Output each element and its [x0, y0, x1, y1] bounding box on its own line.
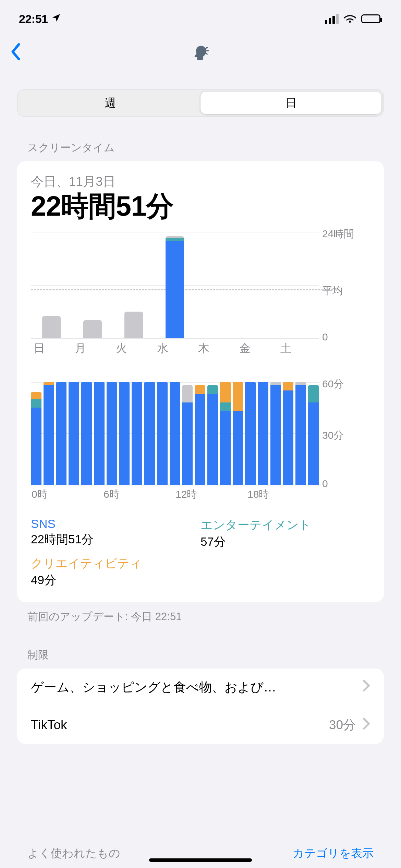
- category-label: クリエイティビティ: [31, 555, 200, 571]
- hourly-chart[interactable]: 60分 30分 0 0時6時12時18時: [31, 382, 370, 502]
- most-used-title: よく使われたもの: [27, 846, 120, 861]
- limits-label: TikTok: [31, 718, 329, 732]
- category-item[interactable]: SNS22時間51分: [31, 517, 200, 550]
- hourly-bar: [119, 382, 130, 485]
- category-value: 22時間51分: [31, 531, 200, 547]
- wifi-icon: [343, 12, 356, 26]
- cellular-icon: [325, 14, 339, 24]
- weekly-x-labels: 日月火水木金土: [31, 341, 319, 356]
- limits-label: ゲーム、ショッピングと食べ物、および…: [31, 679, 363, 696]
- chevron-right-icon: [363, 679, 370, 695]
- limits-value: 30分: [329, 716, 356, 734]
- hourly-bar: [195, 385, 205, 485]
- hourly-bar: [144, 382, 155, 485]
- category-item[interactable]: エンターテイメント57分: [200, 517, 370, 550]
- status-time: 22:51: [19, 12, 48, 26]
- weekly-y-labels: 24時間 平均 0: [322, 232, 374, 338]
- hourly-bar: [207, 385, 218, 485]
- location-icon: [51, 12, 61, 26]
- hourly-bar: [283, 382, 294, 485]
- weekly-bar: [83, 320, 102, 338]
- hourly-bar: [270, 382, 281, 485]
- hourly-bar: [31, 392, 41, 485]
- hourly-bar: [107, 382, 117, 485]
- category-value: 57分: [200, 534, 370, 550]
- weekly-plot-area: [31, 232, 319, 338]
- weekly-bar: [124, 312, 143, 338]
- hourly-bar: [308, 385, 319, 485]
- hourly-bar: [170, 382, 180, 485]
- section-title-limits: 制限: [0, 624, 401, 668]
- updated-text: 前回のアップデート: 今日 22:51: [0, 602, 401, 624]
- summary-date: 今日、11月3日: [31, 173, 370, 190]
- speaking-head-icon: [192, 44, 209, 63]
- hourly-bar: [258, 382, 268, 485]
- summary-total: 22時間51分: [31, 191, 370, 221]
- chevron-right-icon: [363, 718, 370, 733]
- segment-week[interactable]: 週: [20, 92, 200, 114]
- limits-row[interactable]: TikTok30分: [17, 706, 384, 744]
- show-categories-button[interactable]: カテゴリを表示: [293, 846, 374, 861]
- hourly-bar: [220, 382, 231, 485]
- category-value: 49分: [31, 572, 200, 588]
- hourly-plot-area: [31, 382, 319, 485]
- category-item[interactable]: [200, 555, 370, 588]
- weekly-chart[interactable]: 24時間 平均 0 日月火水木金土: [31, 232, 370, 356]
- hourly-bar: [69, 382, 79, 485]
- nav-bar: [0, 38, 401, 69]
- hourly-bar: [295, 382, 306, 485]
- hourly-bar: [81, 382, 92, 485]
- category-legend: SNS22時間51分エンターテイメント57分クリエイティビティ49分: [31, 517, 370, 588]
- hourly-bar: [245, 382, 256, 485]
- hourly-y-labels: 60分 30分 0: [322, 382, 374, 485]
- hourly-bar: [44, 382, 54, 485]
- hourly-bar: [233, 382, 243, 485]
- limits-list: ゲーム、ショッピングと食べ物、および…TikTok30分: [17, 668, 384, 744]
- home-indicator[interactable]: [149, 858, 252, 862]
- hourly-bar: [56, 382, 67, 485]
- category-label: SNS: [31, 517, 200, 531]
- hourly-bar: [182, 385, 193, 485]
- section-title-screentime: スクリーンタイム: [0, 117, 401, 161]
- category-label: エンターテイメント: [200, 517, 370, 533]
- hourly-bar: [94, 382, 105, 485]
- weekly-bar: [42, 316, 61, 338]
- limits-row[interactable]: ゲーム、ショッピングと食べ物、および…: [17, 668, 384, 706]
- back-button[interactable]: [10, 43, 22, 63]
- hourly-x-labels: 0時6時12時18時: [31, 487, 319, 502]
- category-item[interactable]: クリエイティビティ49分: [31, 555, 200, 588]
- hourly-bar: [132, 382, 142, 485]
- weekly-bar: [166, 236, 184, 338]
- screentime-card: 今日、11月3日 22時間51分 24時間 平均 0 日月火水木金土 60分 3…: [17, 161, 384, 602]
- segmented-week-day: 週 日: [17, 89, 384, 117]
- battery-icon: [361, 14, 380, 23]
- hourly-bar: [157, 382, 168, 485]
- segment-day[interactable]: 日: [200, 92, 381, 114]
- status-bar: 22:51: [0, 0, 401, 38]
